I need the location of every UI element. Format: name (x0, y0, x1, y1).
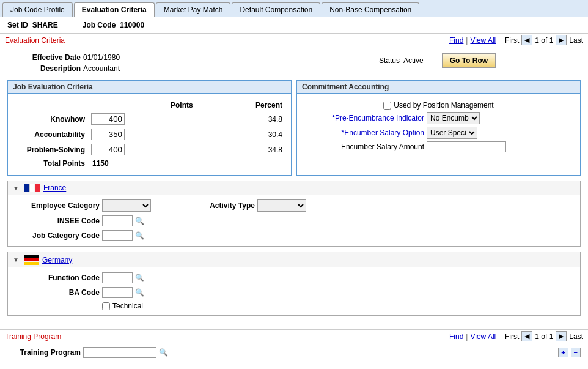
find-link[interactable]: Find (449, 36, 463, 45)
function-code-search-icon[interactable]: 🔍 (135, 274, 144, 282)
enc-salary-select[interactable]: User Speci (427, 127, 477, 139)
function-code-input[interactable] (102, 272, 133, 283)
used-by-position-row: Used by Position Management (302, 101, 575, 110)
table-row: Accountability 30.4 (14, 127, 285, 141)
activity-type-row: Activity Type (175, 199, 306, 212)
employee-category-select[interactable] (102, 199, 151, 212)
france-col-1: Employee Category INSEE Code 🔍 Job Categ… (20, 199, 151, 241)
eval-criteria-nav: Find | View All First ◀ 1 of 1 ▶ Last (449, 35, 583, 45)
job-code-label: Job Code (83, 21, 116, 29)
description-field: Description Accountant (7, 64, 294, 73)
add-remove-buttons: + − (558, 348, 581, 357)
percent-header: Percent (197, 100, 285, 111)
problem-solving-label: Problem-Solving (14, 143, 87, 157)
ba-code-search-icon[interactable]: 🔍 (135, 288, 144, 297)
training-program-input[interactable] (83, 347, 156, 358)
table-row: Knowhow 34.8 (14, 112, 285, 126)
eval-criteria-title: Evaluation Criteria (5, 36, 65, 45)
problem-solving-points-input[interactable] (91, 144, 125, 155)
commitment-panel: Commitment Accounting Used by Position M… (296, 80, 581, 176)
technical-checkbox[interactable] (102, 302, 110, 310)
header-info: Set ID SHARE Job Code 110000 (0, 17, 588, 33)
training-find-link[interactable]: Find (449, 332, 463, 341)
accountability-percent: 30.4 (197, 127, 285, 141)
effective-date-field: Effective Date 01/01/1980 (7, 53, 294, 62)
germany-header[interactable]: ▼ Germany (8, 252, 580, 267)
status-value: Active (403, 56, 424, 65)
training-first-label: First (505, 332, 519, 341)
job-category-code-input[interactable] (102, 230, 133, 241)
commitment-panel-content: Used by Position Management *Pre-Encumbr… (297, 94, 580, 160)
training-prev-btn[interactable]: ◀ (521, 331, 532, 341)
france-fields: Employee Category INSEE Code 🔍 Job Categ… (20, 199, 568, 241)
total-value: 1150 (89, 158, 285, 169)
set-id-label: Set ID (7, 21, 28, 29)
total-row: Total Points 1150 (14, 158, 285, 169)
panels: Job Evaluation Criteria Points Percent K… (7, 80, 581, 176)
used-by-position-checkbox[interactable] (383, 102, 391, 110)
commitment-panel-header: Commitment Accounting (297, 81, 580, 94)
ba-code-input[interactable] (102, 287, 133, 298)
france-collapse-icon: ▼ (13, 185, 19, 192)
eff-date-row: Effective Date 01/01/1980 Description Ac… (7, 51, 581, 75)
tab-job-code-profile[interactable]: Job Code Profile (2, 2, 73, 17)
training-program-label: Training Program (7, 348, 81, 357)
insee-search-icon[interactable]: 🔍 (135, 217, 144, 225)
tab-default-compensation[interactable]: Default Compensation (232, 2, 320, 17)
germany-link[interactable]: Germany (42, 256, 72, 264)
tab-evaluation-criteria[interactable]: Evaluation Criteria (74, 2, 155, 17)
technical-label: Technical (112, 302, 143, 310)
accountability-points-input[interactable] (91, 129, 125, 140)
eff-fields: Effective Date 01/01/1980 Description Ac… (7, 53, 294, 73)
job-category-search-icon[interactable]: 🔍 (135, 231, 144, 240)
employee-category-row: Employee Category (20, 199, 151, 212)
training-content: Training Program 🔍 + − (0, 343, 588, 362)
add-row-button[interactable]: + (558, 348, 568, 357)
set-id-value: SHARE (32, 21, 58, 29)
goto-row-button[interactable]: Go To Row (442, 53, 496, 68)
first-label: First (505, 36, 519, 45)
pre-enc-select[interactable]: No Encumb (427, 112, 480, 124)
tab-bar: Job Code Profile Evaluation Criteria Mar… (0, 0, 588, 17)
effective-date-value: 01/01/1980 (83, 53, 120, 62)
training-program-bar: Training Program Find | View All First ◀… (0, 329, 588, 343)
training-next-btn[interactable]: ▶ (556, 331, 567, 341)
job-category-code-row: Job Category Code 🔍 (20, 230, 151, 241)
insee-code-label: INSEE Code (20, 217, 100, 225)
eval-table: Points Percent Knowhow 34.8 Accountabili… (13, 99, 286, 170)
enc-salary-label: *Encumber Salary Option (302, 129, 424, 137)
table-row: Problem-Solving 34.8 (14, 143, 285, 157)
activity-type-select[interactable] (257, 199, 306, 212)
status-area: Status Active Go To Row (294, 53, 581, 68)
eval-criteria-bar: Evaluation Criteria Find | View All Firs… (0, 33, 588, 47)
tab-non-base-compensation[interactable]: Non-Base Compensation (322, 2, 419, 17)
training-last-label: Last (569, 332, 583, 341)
france-link[interactable]: France (43, 184, 66, 192)
knowhow-label: Knowhow (14, 112, 87, 126)
function-code-label: Function Code (20, 274, 100, 282)
pre-enc-row: *Pre-Encumbrance Indicator No Encumb (302, 112, 575, 124)
enc-amount-input[interactable] (427, 141, 506, 152)
problem-solving-percent: 34.8 (197, 143, 285, 157)
enc-amount-label: Encumber Salary Amount (302, 143, 424, 151)
france-col-2: Activity Type (175, 199, 306, 241)
job-code-value: 110000 (120, 21, 144, 29)
insee-code-input[interactable] (102, 215, 133, 226)
insee-code-row: INSEE Code 🔍 (20, 215, 151, 226)
job-eval-panel-content: Points Percent Knowhow 34.8 Accountabili… (8, 94, 291, 175)
employee-category-label: Employee Category (20, 201, 100, 210)
activity-type-label: Activity Type (175, 201, 255, 210)
remove-row-button[interactable]: − (571, 348, 581, 357)
training-view-all-link[interactable]: View All (470, 332, 496, 341)
next-btn[interactable]: ▶ (556, 35, 567, 45)
training-search-icon[interactable]: 🔍 (159, 348, 168, 357)
france-header[interactable]: ▼ France (8, 181, 580, 195)
prev-btn[interactable]: ◀ (521, 35, 532, 45)
tab-market-pay-match[interactable]: Market Pay Match (156, 2, 231, 17)
france-flag (24, 184, 40, 192)
view-all-link[interactable]: View All (470, 36, 496, 45)
knowhow-points-input[interactable] (91, 113, 125, 125)
job-eval-panel: Job Evaluation Criteria Points Percent K… (7, 80, 292, 176)
used-by-position-label: Used by Position Management (394, 101, 493, 110)
description-value: Accountant (83, 64, 120, 73)
